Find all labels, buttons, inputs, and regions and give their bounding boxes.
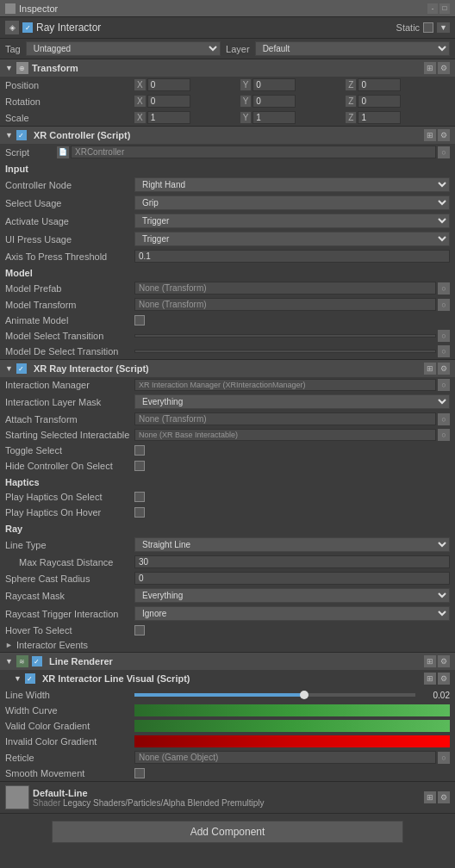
scale-y-input[interactable] — [252, 111, 296, 124]
material-shader-row: Shader Legacy Shaders/Particles/Alpha Bl… — [33, 798, 421, 808]
material-btn-2[interactable]: ⚙ — [438, 791, 450, 803]
transform-header[interactable]: ▼ ⊕ Transform ⊞ ⚙ — [0, 59, 455, 77]
material-name: Default-Line — [33, 788, 421, 798]
line-width-slider-track[interactable] — [134, 693, 415, 697]
valid-color-display[interactable] — [134, 720, 450, 732]
model-prefab-btn[interactable]: ○ — [438, 282, 450, 294]
object-name: Ray Interactor — [36, 22, 396, 34]
shader-label: Shader — [33, 798, 60, 808]
valid-color-label: Valid Color Gradient — [5, 721, 134, 731]
position-z-input[interactable] — [358, 78, 401, 91]
activate-usage-row: Activate Usage Trigger — [0, 212, 455, 230]
position-y-input[interactable] — [252, 78, 296, 91]
attach-transform-btn[interactable]: ○ — [438, 413, 450, 425]
xr-controller-checkbox[interactable]: ✓ — [16, 130, 27, 140]
xr-controller-btn-1[interactable]: ⊞ — [424, 129, 436, 141]
scale-row: Scale X Y Z — [0, 109, 455, 126]
model-select-btn[interactable]: ○ — [438, 330, 450, 342]
model-prefab-field: None (Transform) ○ — [134, 282, 450, 294]
line-width-slider-fill — [134, 693, 303, 697]
activate-usage-select[interactable]: Trigger — [134, 214, 450, 228]
controller-node-select[interactable]: Right Hand — [134, 177, 450, 192]
xr-line-visual-header[interactable]: ▼ ✓ XR Interactor Line Visual (Script) ⊞… — [0, 670, 455, 687]
rotation-y-input[interactable] — [252, 95, 296, 108]
xr-ray-btn-1[interactable]: ⊞ — [424, 363, 436, 375]
add-component-button[interactable]: Add Component — [52, 821, 403, 843]
interactor-events-row[interactable]: ► Interactor Events — [0, 638, 455, 652]
layer-select[interactable]: Default — [255, 41, 450, 56]
static-checkbox[interactable] — [423, 22, 433, 33]
interaction-mgr-btn[interactable]: ○ — [438, 379, 450, 391]
select-usage-select[interactable]: Grip — [134, 195, 450, 210]
rotation-x-input[interactable] — [147, 95, 190, 108]
object-icon: ◈ — [5, 21, 19, 34]
xr-line-visual-title: XR Interactor Line Visual (Script) — [42, 673, 421, 684]
raycast-mask-select[interactable]: Everything — [134, 588, 450, 603]
scale-z-label: Z — [346, 112, 356, 123]
rotation-z-input[interactable] — [358, 95, 401, 108]
toggle-select-checkbox[interactable] — [134, 445, 145, 456]
select-usage-row: Select Usage Grip — [0, 194, 455, 212]
axis-threshold-row: Axis To Press Threshold — [0, 248, 455, 264]
inspector-icon — [5, 3, 16, 14]
model-deselect-label: Model De Select Transition — [5, 346, 134, 356]
transform-btn-1[interactable]: ⊞ — [424, 62, 436, 74]
smooth-movement-checkbox[interactable] — [134, 768, 145, 778]
starting-selected-btn[interactable]: ○ — [438, 429, 450, 441]
xr-ray-checkbox[interactable]: ✓ — [16, 363, 27, 374]
line-renderer-checkbox[interactable]: ✓ — [32, 656, 42, 666]
position-xyz: X Y Z — [134, 78, 450, 91]
animate-model-checkbox[interactable] — [134, 315, 145, 326]
play-haptics-select-checkbox[interactable] — [134, 492, 145, 502]
xr-controller-header[interactable]: ▼ ✓ XR Controller (Script) ⊞ ⚙ — [0, 127, 455, 144]
script-btn[interactable]: ○ — [438, 146, 450, 158]
minimize-btn[interactable]: - — [427, 3, 438, 14]
material-btn-1[interactable]: ⊞ — [424, 791, 436, 803]
line-width-slider-thumb[interactable] — [300, 691, 309, 699]
xr-ray-interactor-section: ▼ ✓ XR Ray Interactor (Script) ⊞ ⚙ Inter… — [0, 360, 455, 653]
hover-to-select-checkbox[interactable] — [134, 625, 145, 636]
model-transform-btn[interactable]: ○ — [438, 299, 450, 311]
maximize-btn[interactable]: □ — [439, 3, 450, 14]
width-curve-display[interactable] — [134, 704, 450, 716]
position-y-item: Y — [240, 78, 345, 91]
model-deselect-btn[interactable]: ○ — [438, 345, 450, 357]
raycast-trigger-label: Raycast Trigger Interaction — [5, 609, 134, 619]
sphere-cast-row: Sphere Cast Radius — [0, 570, 455, 586]
xr-ray-btn-2[interactable]: ⚙ — [438, 363, 450, 375]
input-subsection: Input — [0, 160, 455, 176]
line-type-select[interactable]: Straight Line — [134, 537, 450, 552]
xr-line-visual-btn-2[interactable]: ⚙ — [438, 673, 450, 685]
scale-xyz: X Y Z — [134, 111, 450, 124]
sphere-cast-input[interactable] — [134, 572, 450, 585]
axis-threshold-input[interactable] — [134, 250, 450, 263]
object-active-checkbox[interactable]: ✓ — [22, 22, 33, 33]
play-haptics-hover-checkbox[interactable] — [134, 507, 145, 518]
invalid-color-display[interactable] — [134, 735, 450, 747]
xr-line-visual-checkbox[interactable]: ✓ — [25, 673, 35, 684]
line-renderer-btn-2[interactable]: ⚙ — [438, 655, 450, 667]
xr-ray-interactor-header[interactable]: ▼ ✓ XR Ray Interactor (Script) ⊞ ⚙ — [0, 360, 455, 377]
line-renderer-btn-1[interactable]: ⊞ — [424, 655, 436, 667]
line-renderer-header[interactable]: ▼ ≋ ✓ Line Renderer ⊞ ⚙ — [0, 653, 455, 670]
static-dropdown[interactable]: ▼ — [437, 22, 450, 33]
rotation-x-item: X — [134, 95, 239, 108]
line-width-label: Line Width — [5, 690, 134, 700]
raycast-trigger-select[interactable]: Ignore — [134, 606, 450, 621]
tag-select[interactable]: Untagged — [26, 41, 221, 56]
scale-x-input[interactable] — [147, 111, 190, 124]
reticle-btn[interactable]: ○ — [438, 752, 450, 764]
position-x-input[interactable] — [147, 78, 190, 91]
hide-controller-row: Hide Controller On Select — [0, 458, 455, 474]
xr-line-visual-btn-1[interactable]: ⊞ — [424, 673, 436, 685]
max-raycast-input[interactable] — [134, 555, 450, 568]
xr-controller-btn-2[interactable]: ⚙ — [438, 129, 450, 141]
interaction-layer-select[interactable]: Everything — [134, 394, 450, 409]
starting-selected-value: None (XR Base Interactable) — [134, 429, 436, 441]
line-width-row: Line Width 0.02 — [0, 687, 455, 703]
transform-btn-2[interactable]: ⚙ — [438, 62, 450, 74]
transform-section-btns: ⊞ ⚙ — [424, 62, 450, 74]
scale-z-input[interactable] — [358, 111, 401, 124]
hide-controller-checkbox[interactable] — [134, 461, 145, 471]
ui-press-usage-select[interactable]: Trigger — [134, 232, 450, 246]
